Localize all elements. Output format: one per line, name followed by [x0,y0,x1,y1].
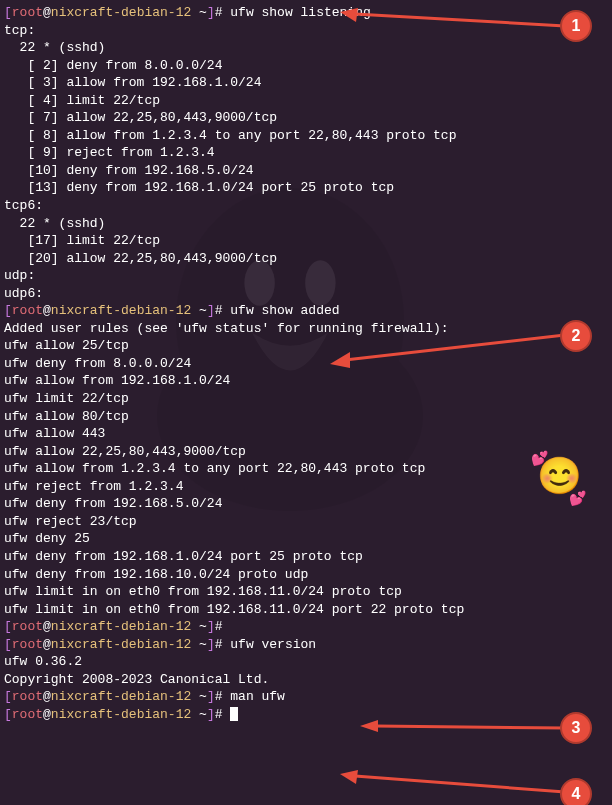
prompt-at: @ [43,5,51,20]
prompt-host: nixcraft-debian-12 [51,707,191,722]
output-line: ufw deny 25 [4,530,608,548]
output-line: ufw allow 22,25,80,443,9000/tcp [4,443,608,461]
prompt-hash: # [215,5,231,20]
prompt-bracket-close: ] [207,5,215,20]
prompt-user: root [12,619,43,634]
output-line: ufw deny from 192.168.1.0/24 port 25 pro… [4,548,608,566]
output-line: ufw limit 22/tcp [4,390,608,408]
annotation-badge-1: 1 [560,10,592,42]
prompt-hash: # [215,707,231,722]
output-line: Copyright 2008-2023 Canonical Ltd. [4,671,608,689]
prompt-bracket: [ [4,707,12,722]
output-line: ufw reject 23/tcp [4,513,608,531]
prompt-user: root [12,707,43,722]
output-line: ufw deny from 192.168.10.0/24 proto udp [4,566,608,584]
svg-line-6 [345,335,565,360]
prompt-bracket: [ [4,637,12,652]
annotation-badge-2: 2 [560,320,592,352]
output-line: udp6: [4,285,608,303]
output-line: [17] limit 22/tcp [4,232,608,250]
prompt-user: root [12,637,43,652]
heart-icon: 💕 [569,490,586,507]
prompt-bracket-close: ] [207,707,215,722]
svg-marker-11 [340,770,358,784]
prompt-path: ~ [191,637,207,652]
svg-marker-9 [360,720,378,732]
output-line: [ 2] deny from 8.0.0.0/24 [4,57,608,75]
svg-marker-7 [330,352,350,368]
svg-marker-5 [340,8,358,22]
prompt-bracket: [ [4,689,12,704]
annotation-arrow-4 [340,770,565,800]
output-line: ufw allow from 1.2.3.4 to any port 22,80… [4,460,608,478]
output-line: [ 7] allow 22,25,80,443,9000/tcp [4,109,608,127]
cursor[interactable] [230,707,238,721]
command-4: man ufw [230,689,285,704]
prompt-host: nixcraft-debian-12 [51,5,191,20]
prompt-bracket-close: ] [207,619,215,634]
prompt-host: nixcraft-debian-12 [51,637,191,652]
prompt-host: nixcraft-debian-12 [51,303,191,318]
prompt-path: ~ [191,689,207,704]
output-line: ufw limit in on eth0 from 192.168.11.0/2… [4,601,608,619]
prompt-user: root [12,5,43,20]
svg-line-4 [355,14,565,26]
output-line: [ 8] allow from 1.2.3.4 to any port 22,8… [4,127,608,145]
heart-icon: 💕 [531,450,548,467]
prompt-bracket-close: ] [207,689,215,704]
output-line: ufw limit in on eth0 from 192.168.11.0/2… [4,583,608,601]
output-line: 22 * (sshd) [4,39,608,57]
annotation-arrow-1 [340,8,565,38]
output-line: [ 3] allow from 192.168.1.0/24 [4,74,608,92]
prompt-host: nixcraft-debian-12 [51,619,191,634]
output-line: ufw reject from 1.2.3.4 [4,478,608,496]
prompt-at: @ [43,637,51,652]
prompt-path: ~ [191,619,207,634]
prompt-path: ~ [191,303,207,318]
prompt-user: root [12,303,43,318]
prompt-at: @ [43,689,51,704]
prompt-bracket: [ [4,303,12,318]
prompt-user: root [12,689,43,704]
output-line: [10] deny from 192.168.5.0/24 [4,162,608,180]
output-line: 22 * (sshd) [4,215,608,233]
prompt-host: nixcraft-debian-12 [51,689,191,704]
output-line: [20] allow 22,25,80,443,9000/tcp [4,250,608,268]
prompt-hash: # [215,619,231,634]
prompt-at: @ [43,303,51,318]
prompt-hash: # [215,303,231,318]
annotation-arrow-2 [330,330,565,370]
prompt-hash: # [215,689,231,704]
output-line: udp: [4,267,608,285]
output-line: ufw 0.36.2 [4,653,608,671]
prompt-bracket-close: ] [207,637,215,652]
svg-line-10 [355,776,565,792]
prompt-path: ~ [191,5,207,20]
output-line: ufw allow from 192.168.1.0/24 [4,372,608,390]
command-3: ufw version [230,637,316,652]
prompt-at: @ [43,707,51,722]
prompt-hash: # [215,637,231,652]
svg-line-8 [375,726,565,728]
annotation-badge-3: 3 [560,712,592,744]
command-2: ufw show added [230,303,339,318]
prompt-bracket: [ [4,5,12,20]
prompt-bracket: [ [4,619,12,634]
output-line: ufw allow 80/tcp [4,408,608,426]
output-line: ufw deny from 192.168.5.0/24 [4,495,608,513]
output-line: [ 9] reject from 1.2.3.4 [4,144,608,162]
output-line: ufw allow 443 [4,425,608,443]
prompt-path: ~ [191,707,207,722]
prompt-bracket-close: ] [207,303,215,318]
output-line: [ 4] limit 22/tcp [4,92,608,110]
output-line: [13] deny from 192.168.1.0/24 port 25 pr… [4,179,608,197]
prompt-at: @ [43,619,51,634]
annotation-arrow-3 [360,718,565,738]
annotation-badge-4: 4 [560,778,592,805]
output-line: tcp6: [4,197,608,215]
